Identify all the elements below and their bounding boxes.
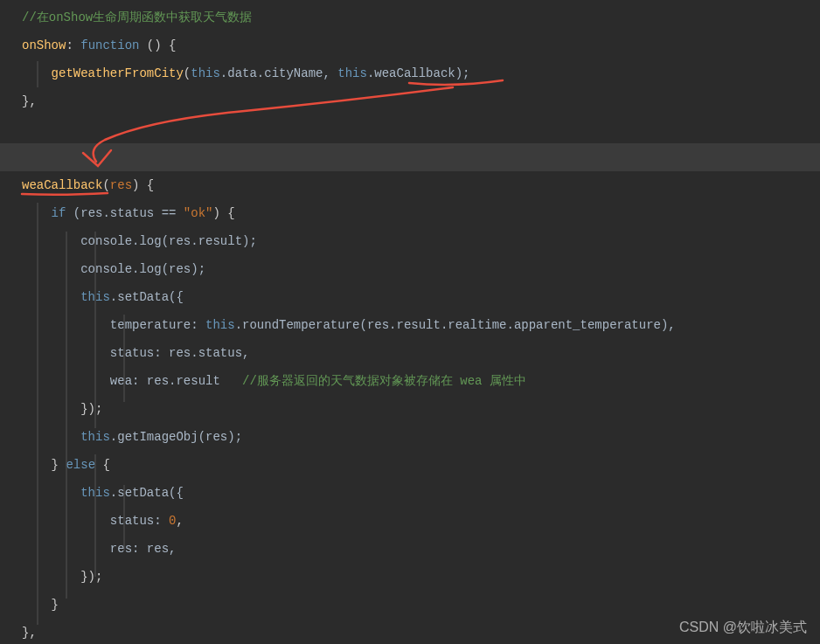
property: res: res, <box>110 542 177 556</box>
code-line[interactable]: if (res.status == "ok") { <box>0 199 820 227</box>
punct: , <box>176 514 183 528</box>
code-line[interactable]: temperature: this.roundTemperature(res.r… <box>0 311 820 339</box>
watermark: CSDN @饮啦冰美式 <box>679 619 807 637</box>
code-line[interactable]: getWeatherFromCity(this.data.cityName, t… <box>0 59 820 87</box>
comment: //在onShow生命周期函数中获取天气数据 <box>22 10 252 24</box>
code-line[interactable]: res: res, <box>0 535 820 563</box>
string: "ok" <box>184 206 213 220</box>
parameter: res <box>110 178 132 192</box>
keyword-this: this <box>80 290 110 304</box>
punct: { <box>95 458 110 472</box>
console-log: console.log(res.result); <box>80 234 257 248</box>
identifier: .data.cityName, <box>220 66 337 80</box>
code-line[interactable]: } <box>0 591 820 619</box>
method-call: .setData({ <box>110 290 184 304</box>
identifier: .weaCallback); <box>367 66 470 80</box>
keyword-this: this <box>337 66 367 80</box>
code-line[interactable]: //在onShow生命周期函数中获取天气数据 <box>0 3 820 31</box>
punct: ) { <box>212 206 234 220</box>
code-editor[interactable]: //在onShow生命周期函数中获取天气数据 onShow: function … <box>0 0 820 644</box>
code-line[interactable]: onShow: function () { <box>0 31 820 59</box>
code-line[interactable]: status: res.status, <box>0 339 820 367</box>
keyword-this: this <box>80 430 110 444</box>
keyword-this: this <box>191 66 220 80</box>
code-line[interactable]: wea: res.result //服务器返回的天气数据对象被存储在 wea 属… <box>0 367 820 395</box>
code-line[interactable]: console.log(res.result); <box>0 227 820 255</box>
code-line[interactable]: weaCallback(res) { <box>0 171 820 199</box>
punct: } <box>52 598 59 612</box>
keyword: else <box>66 458 95 472</box>
comment: //服务器返回的天气数据对象被存储在 wea 属性中 <box>220 374 526 388</box>
punct: ( <box>102 178 109 192</box>
code-line[interactable]: this.setData({ <box>0 479 820 507</box>
console-log: console.log(res); <box>80 262 205 276</box>
method-call: .getImageObj(res); <box>110 430 242 444</box>
code-line[interactable]: }); <box>0 563 820 591</box>
property: status: res.status, <box>110 346 250 360</box>
code-line[interactable]: } else { <box>0 451 820 479</box>
punct: }); <box>80 570 102 584</box>
code-line[interactable]: this.setData({ <box>0 283 820 311</box>
method-call: .setData({ <box>110 486 184 500</box>
punct: }, <box>22 626 37 640</box>
punct: }); <box>80 402 102 416</box>
code-line[interactable]: console.log(res); <box>0 255 820 283</box>
punct: ( <box>184 66 191 80</box>
code-line[interactable]: }); <box>0 395 820 423</box>
property: wea: res.result <box>110 374 220 388</box>
method-name: onShow <box>22 38 66 52</box>
keyword: function <box>80 38 139 52</box>
keyword-this: this <box>205 318 235 332</box>
punct: }, <box>22 94 37 108</box>
blank-line-highlighted[interactable] <box>0 143 820 171</box>
function-call: getWeatherFromCity <box>52 66 184 80</box>
method-name: weaCallback <box>22 178 102 192</box>
punct: : <box>66 38 80 52</box>
punct: } <box>52 458 66 472</box>
keyword-this: this <box>80 486 110 500</box>
expr: (res.status == <box>66 206 183 220</box>
code-line[interactable]: }, <box>0 87 820 115</box>
property-key: status: <box>110 514 169 528</box>
keyword: if <box>52 206 66 220</box>
code-line[interactable]: status: 0, <box>0 507 820 535</box>
code-line[interactable]: this.getImageObj(res); <box>0 423 820 451</box>
punct: ) { <box>132 178 154 192</box>
method-call: .roundTemperature(res.result.realtime.ap… <box>235 318 676 332</box>
blank-line[interactable] <box>0 115 820 143</box>
punct: () { <box>139 38 176 52</box>
property-key: temperature: <box>110 318 205 332</box>
